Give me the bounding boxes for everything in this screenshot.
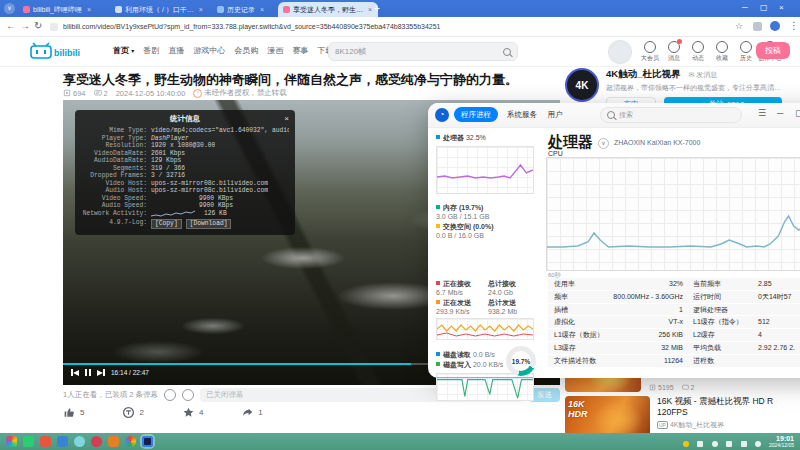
monitor-summary-panel[interactable]: 处理器 32.5% 内存 (19.7%) 3.0 GB / 15.1 GB 交换… xyxy=(436,133,540,402)
coin-button[interactable]: 2 xyxy=(122,406,143,419)
nav-home[interactable]: 首页 ▾ xyxy=(113,45,134,56)
header-vip[interactable]: 大会员 xyxy=(638,41,662,63)
tab-close-icon[interactable]: × xyxy=(87,2,91,17)
terminal-icon[interactable] xyxy=(23,436,34,447)
nav-manga[interactable]: 漫画 xyxy=(267,45,283,56)
pause-button[interactable] xyxy=(85,369,91,376)
disk-read-value: 0.0 B/s xyxy=(473,351,495,358)
download-log-button[interactable]: [Download] xyxy=(186,219,232,229)
mail-app-icon[interactable] xyxy=(108,436,119,447)
music-app-icon[interactable] xyxy=(91,436,102,447)
window-minimize-button[interactable]: ─ xyxy=(742,0,748,16)
browser-app-icon[interactable] xyxy=(74,436,85,447)
tab-close-icon[interactable]: × xyxy=(260,2,264,17)
tab-services[interactable]: 系统服务 xyxy=(504,107,540,122)
profile-avatar-icon[interactable] xyxy=(770,21,780,31)
stats-close-icon[interactable]: × xyxy=(284,114,289,123)
tray-network-icon[interactable] xyxy=(712,441,718,447)
recommend-title[interactable]: 16K 视频 - 震撼杜比视界 HD R 120FPS xyxy=(657,396,796,418)
tab-label: 历史记录 xyxy=(227,2,255,17)
cpu-bullet-icon xyxy=(436,135,440,139)
tab-label: 享受迷人冬季，野生… xyxy=(293,2,363,17)
uploader-name[interactable]: 4K触动_杜比视界 xyxy=(606,68,680,81)
nav-bangumi[interactable]: 番剧 xyxy=(143,45,159,56)
url-bar[interactable]: bilibili.com/video/BV1y9xsePtUd?spm_id_f… xyxy=(63,17,703,36)
chrome-app-icon[interactable] xyxy=(125,436,136,447)
post-button[interactable]: 投稿 xyxy=(756,42,790,59)
window-maximize-button[interactable]: ▢ xyxy=(760,0,768,16)
browser-tab[interactable]: bilibili_哔哩哔哩 × xyxy=(18,2,114,17)
favorite-button[interactable]: 4 xyxy=(182,406,203,419)
new-tab-button[interactable]: + xyxy=(374,3,380,14)
window-close-button[interactable]: × xyxy=(779,0,784,16)
file-manager-icon[interactable] xyxy=(57,436,68,447)
time-display: 16:14 / 22:47 xyxy=(111,369,149,376)
user-avatar[interactable] xyxy=(608,40,632,64)
tray-battery-icon[interactable] xyxy=(697,441,703,447)
header-favorites[interactable]: 收藏 xyxy=(710,41,734,63)
video-title: 享受迷人冬季，野生动物的神奇瞬间，伴随自然之声，感受纯净与宁静的力量。 xyxy=(63,71,518,89)
danmaku-list-icon[interactable] xyxy=(164,389,176,401)
tab-processes[interactable]: 程序进程 xyxy=(454,107,498,122)
monitor-search-input[interactable]: 搜索 xyxy=(600,107,742,123)
system-monitor-titlebar[interactable]: ◔ 程序进程 系统服务 用户 搜索 ☰ ─ ▢ xyxy=(428,103,800,128)
back-icon[interactable]: ← xyxy=(6,17,16,35)
window-menu-icon[interactable]: ☰ xyxy=(758,108,766,118)
nav-esports[interactable]: 赛事 xyxy=(292,45,308,56)
memory-label: 内存 (19.7%) xyxy=(443,204,483,211)
collapse-chevron-icon[interactable]: ∨ xyxy=(598,138,609,149)
bilibili-logo[interactable]: bilibili xyxy=(30,42,88,60)
header-message[interactable]: 消息 xyxy=(662,41,686,63)
tab-close-icon[interactable]: × xyxy=(368,2,372,17)
tray-shield-icon[interactable] xyxy=(755,441,761,447)
send-message-link[interactable]: ✉ 发消息 xyxy=(688,70,717,80)
video-thumbnail[interactable]: 16K HDR xyxy=(565,396,650,436)
forbid-repost-icon: ! xyxy=(193,89,202,98)
tray-keyboard-icon[interactable] xyxy=(741,441,747,447)
system-tray[interactable] xyxy=(679,433,761,450)
tab-users[interactable]: 用户 xyxy=(544,107,566,122)
clock-date: 2024/12/05 xyxy=(769,443,794,449)
search-input[interactable]: 8K120帧 xyxy=(328,42,518,61)
header-history[interactable]: 历史 xyxy=(734,41,758,63)
browser-tab[interactable]: 历史记录 × xyxy=(212,2,284,17)
app-store-icon[interactable] xyxy=(40,436,51,447)
swap-bullet-icon xyxy=(436,224,440,228)
browser-toolbar: ← → ↻ bilibili.com/video/BV1y9xsePtUd?sp… xyxy=(0,17,800,37)
reload-icon[interactable]: ↻ xyxy=(34,17,42,35)
tab-close-icon[interactable]: × xyxy=(199,2,203,17)
nav-mall[interactable]: 会员购 xyxy=(234,45,258,56)
search-icon xyxy=(607,111,615,119)
like-button[interactable]: 5 xyxy=(63,406,84,419)
share-button[interactable]: 1 xyxy=(241,406,262,419)
stat-value: 2601 Kbps xyxy=(151,150,185,158)
prev-button[interactable] xyxy=(71,369,79,376)
nav-game-center[interactable]: 游戏中心 xyxy=(193,45,225,56)
bookmark-star-icon[interactable]: ☆ xyxy=(735,17,743,35)
search-icon[interactable] xyxy=(503,48,511,56)
chevron-down-icon: ▾ xyxy=(131,48,134,54)
danmaku-settings-icon[interactable] xyxy=(182,389,194,401)
nav-live[interactable]: 直播 xyxy=(168,45,184,56)
extension-icon[interactable] xyxy=(753,22,762,31)
play-count-icon xyxy=(63,89,71,97)
header-dynamic[interactable]: 动态 xyxy=(686,41,710,63)
system-monitor-app-icon-active[interactable] xyxy=(142,436,153,447)
taskbar-clock[interactable]: 19:01 2024/12/05 xyxy=(769,435,794,448)
forward-icon[interactable]: → xyxy=(20,17,30,35)
tray-update-icon[interactable] xyxy=(683,441,689,447)
tab-search-icon[interactable]: ∨ xyxy=(4,3,15,14)
browser-tab[interactable]: 利用环境（ / ）口干… × xyxy=(110,2,216,17)
site-info-icon[interactable] xyxy=(50,23,58,31)
tray-volume-icon[interactable] xyxy=(726,441,732,447)
copy-log-button[interactable]: [Copy] xyxy=(151,219,182,229)
next-button[interactable] xyxy=(97,369,105,376)
launcher-icon[interactable] xyxy=(6,436,17,447)
uploader-avatar[interactable]: 4K xyxy=(565,68,599,102)
browser-menu-icon[interactable]: ⋮ xyxy=(789,17,799,35)
window-maximize-icon[interactable]: ▢ xyxy=(795,108,800,118)
memory-donut-chart: 19.7% xyxy=(506,346,536,376)
browser-tab-active[interactable]: 享受迷人冬季，野生… × xyxy=(278,2,378,17)
window-minimize-icon[interactable]: ─ xyxy=(777,108,783,118)
recommend-uploader[interactable]: 4K触动_杜比视界 xyxy=(670,421,724,428)
